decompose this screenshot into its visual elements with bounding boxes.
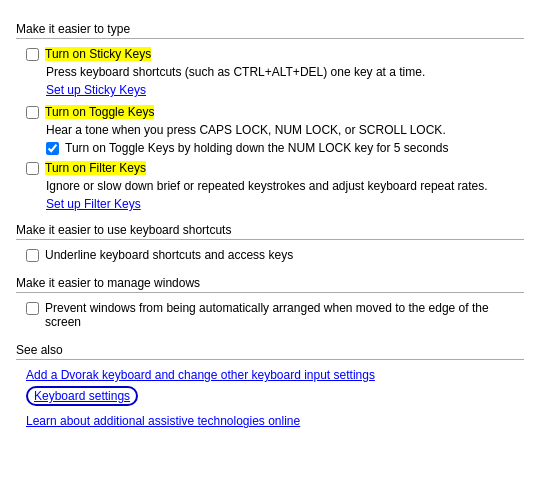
filter-keys-description: Ignore or slow down brief or repeated ke… [46, 179, 524, 193]
underline-shortcuts-checkbox[interactable] [26, 249, 39, 262]
keyboard-settings-link-container: Keyboard settings [16, 386, 524, 410]
sticky-keys-description: Press keyboard shortcuts (such as CTRL+A… [46, 65, 524, 79]
sticky-keys-label: Turn on Sticky Keys [45, 47, 151, 61]
toggle-keys-label: Turn on Toggle Keys [45, 105, 154, 119]
section-shortcuts-header: Make it easier to use keyboard shortcuts [16, 223, 524, 240]
toggle-keys-sub-checkbox[interactable] [46, 142, 59, 155]
filter-keys-checkbox[interactable] [26, 162, 39, 175]
section-see-also-header: See also [16, 343, 524, 360]
filter-keys-setup-link-container: Set up Filter Keys [46, 197, 524, 211]
sticky-keys-setup-link-container: Set up Sticky Keys [46, 83, 524, 97]
toggle-keys-sub-option: Turn on Toggle Keys by holding down the … [46, 141, 524, 155]
toggle-keys-checkbox[interactable] [26, 106, 39, 119]
underline-shortcuts-row: Underline keyboard shortcuts and access … [26, 248, 524, 262]
sticky-keys-row: Turn on Sticky Keys [26, 47, 524, 61]
prevent-arrange-checkbox[interactable] [26, 302, 39, 315]
filter-keys-label: Turn on Filter Keys [45, 161, 146, 175]
prevent-arrange-row: Prevent windows from being automatically… [26, 301, 524, 329]
learn-link[interactable]: Learn about additional assistive technol… [26, 414, 300, 428]
filter-keys-row: Turn on Filter Keys [26, 161, 524, 175]
prevent-arrange-label: Prevent windows from being automatically… [45, 301, 524, 329]
underline-shortcuts-label: Underline keyboard shortcuts and access … [45, 248, 293, 262]
toggle-keys-row: Turn on Toggle Keys [26, 105, 524, 119]
learn-link-container: Learn about additional assistive technol… [26, 414, 524, 428]
section-windows-header: Make it easier to manage windows [16, 276, 524, 293]
keyboard-settings-link[interactable]: Keyboard settings [26, 386, 138, 406]
sticky-keys-setup-link[interactable]: Set up Sticky Keys [46, 83, 146, 97]
sticky-keys-checkbox[interactable] [26, 48, 39, 61]
toggle-keys-sub-label: Turn on Toggle Keys by holding down the … [65, 141, 449, 155]
toggle-keys-description: Hear a tone when you press CAPS LOCK, NU… [46, 123, 524, 137]
section-type-header: Make it easier to type [16, 22, 524, 39]
dvorak-link-container: Add a Dvorak keyboard and change other k… [26, 368, 524, 382]
filter-keys-setup-link[interactable]: Set up Filter Keys [46, 197, 141, 211]
dvorak-link[interactable]: Add a Dvorak keyboard and change other k… [26, 368, 375, 382]
